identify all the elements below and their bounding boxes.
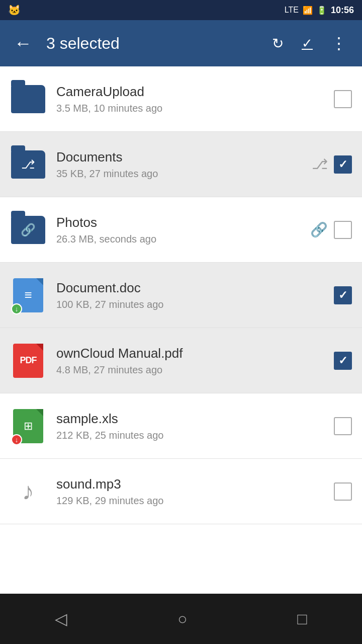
file-icon-wrap: ⎇ — [10, 146, 46, 183]
share-inner-icon: ⎇ — [21, 157, 35, 172]
more-options-button[interactable]: ⋮ — [327, 30, 352, 57]
list-item[interactable]: PDF ownCloud Manual.pdf 4.8 MB, 27 minut… — [0, 328, 362, 393]
file-actions — [334, 482, 352, 501]
status-bar-app-icon: 🐱 — [8, 4, 21, 16]
file-info: ownCloud Manual.pdf 4.8 MB, 27 minutes a… — [56, 346, 324, 376]
doc-inner-icon: ≡ — [24, 287, 32, 303]
sync-badge: ↓ — [11, 434, 22, 445]
file-meta: 129 KB, 29 minutes ago — [56, 495, 324, 507]
app-bar-title: 3 selected — [46, 34, 258, 53]
file-info: sample.xls 212 KB, 25 minutes ago — [56, 411, 324, 441]
file-meta: 4.8 MB, 27 minutes ago — [56, 364, 324, 376]
file-name: Photos — [56, 215, 300, 230]
pdf-inner-icon: PDF — [20, 355, 37, 366]
file-name: ownCloud Manual.pdf — [56, 346, 324, 361]
file-name: Documents — [56, 149, 302, 165]
file-info: Document.doc 100 KB, 27 minutes ago — [56, 280, 324, 310]
file-icon-wrap: ≡ ↓ — [10, 277, 46, 313]
doc-icon: ≡ ↓ — [13, 278, 43, 312]
file-name: CameraUpload — [56, 84, 324, 100]
folder-link-icon: 🔗 — [11, 216, 45, 244]
file-meta: 35 KB, 27 minutes ago — [56, 168, 302, 180]
status-time: 10:56 — [331, 5, 354, 16]
list-item[interactable]: CameraUpload 3.5 MB, 10 minutes ago — [0, 66, 362, 132]
file-icon-wrap: 🔗 — [10, 212, 46, 248]
link-inner-icon: 🔗 — [21, 223, 36, 237]
bottom-nav: ◁ ○ □ — [0, 594, 362, 644]
link-action-icon[interactable]: 🔗 — [310, 221, 328, 238]
back-nav-button[interactable]: ◁ — [35, 604, 87, 633]
file-actions — [334, 286, 352, 304]
file-name: sample.xls — [56, 411, 324, 427]
select-all-button[interactable]: ✓ — [298, 32, 317, 55]
checkbox[interactable] — [334, 286, 352, 304]
file-icon-wrap — [10, 81, 46, 117]
file-actions: ⎇ — [312, 155, 352, 174]
file-actions: 🔗 — [310, 221, 352, 239]
file-info: CameraUpload 3.5 MB, 10 minutes ago — [56, 84, 324, 114]
recent-nav-button[interactable]: □ — [277, 605, 327, 633]
list-item[interactable]: ≡ ↓ Document.doc 100 KB, 27 minutes ago — [0, 263, 362, 328]
refresh-button[interactable]: ↻ — [268, 31, 288, 56]
home-nav-button[interactable]: ○ — [157, 605, 207, 633]
checkbox[interactable] — [334, 90, 352, 108]
file-icon-wrap: ⊞ ↓ — [10, 408, 46, 444]
file-icon-wrap: ♪ — [10, 473, 46, 510]
checkbox[interactable] — [334, 482, 352, 501]
signal-icon: 📶 — [303, 6, 313, 15]
list-item[interactable]: ⊞ ↓ sample.xls 212 KB, 25 minutes ago — [0, 393, 362, 459]
download-badge: ↓ — [11, 303, 22, 314]
pdf-icon: PDF — [13, 344, 43, 378]
checkbox[interactable] — [334, 417, 352, 435]
file-meta: 100 KB, 27 minutes ago — [56, 299, 324, 310]
file-info: Photos 26.3 MB, seconds ago — [56, 215, 300, 245]
status-bar: 🐱 LTE 📶 🔋 10:56 — [0, 0, 362, 20]
file-meta: 212 KB, 25 minutes ago — [56, 430, 324, 441]
folder-icon — [11, 85, 45, 113]
file-name: Document.doc — [56, 280, 324, 296]
share-action-icon[interactable]: ⎇ — [312, 156, 328, 173]
file-actions — [334, 90, 352, 108]
file-info: sound.mp3 129 KB, 29 minutes ago — [56, 476, 324, 507]
mp3-icon: ♪ — [13, 474, 43, 509]
file-name: sound.mp3 — [56, 476, 324, 492]
folder-share-icon: ⎇ — [11, 150, 45, 179]
list-item[interactable]: ♪ sound.mp3 129 KB, 29 minutes ago — [0, 459, 362, 524]
app-bar: ← 3 selected ↻ ✓ ⋮ — [0, 20, 362, 66]
list-item[interactable]: 🔗 Photos 26.3 MB, seconds ago 🔗 — [0, 197, 362, 263]
list-item[interactable]: ⎇ Documents 35 KB, 27 minutes ago ⎇ — [0, 132, 362, 197]
file-meta: 3.5 MB, 10 minutes ago — [56, 103, 324, 114]
xls-inner-icon: ⊞ — [24, 420, 33, 433]
lte-icon: LTE — [285, 6, 299, 15]
file-actions — [334, 352, 352, 370]
file-actions — [334, 417, 352, 435]
file-list: CameraUpload 3.5 MB, 10 minutes ago ⎇ Do… — [0, 66, 362, 594]
battery-icon: 🔋 — [317, 6, 327, 15]
file-icon-wrap: PDF — [10, 343, 46, 379]
checkbox[interactable] — [334, 352, 352, 370]
checkbox[interactable] — [334, 221, 352, 239]
file-meta: 26.3 MB, seconds ago — [56, 233, 300, 245]
checkbox[interactable] — [334, 155, 352, 174]
xls-icon: ⊞ ↓ — [13, 409, 43, 443]
mp3-inner-icon: ♪ — [22, 477, 34, 505]
back-button[interactable]: ← — [10, 29, 36, 58]
file-info: Documents 35 KB, 27 minutes ago — [56, 149, 302, 180]
